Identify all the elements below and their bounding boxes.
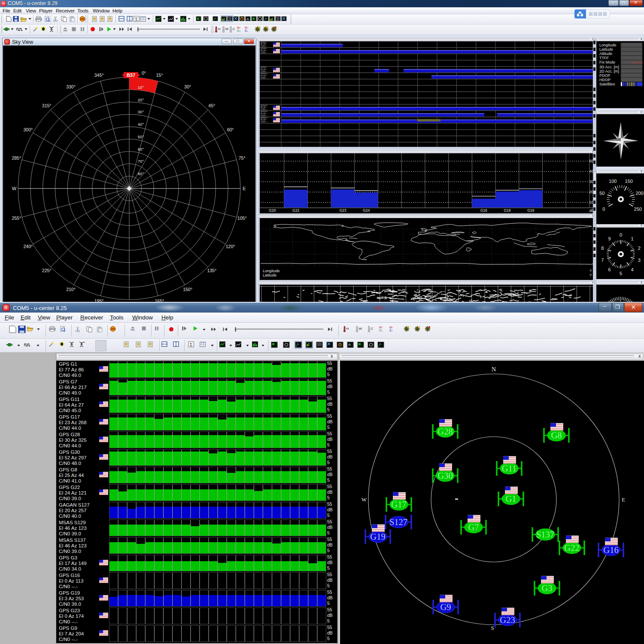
svg-text:PDOP: PDOP [599,73,611,78]
svg-text:W: W [361,496,367,503]
svg-text:Σ: Σ [190,342,192,347]
svg-text:105°: 105° [237,216,247,221]
svg-text:Latitude: Latitude [599,47,613,52]
svg-text:W: W [12,186,17,191]
svg-text:G18: G18 [504,208,510,213]
svg-text:210°: 210° [66,287,76,292]
svg-text:N: N [492,366,496,373]
svg-text:G8: G8 [551,431,562,440]
svg-text:M↑: M↑ [389,326,393,329]
svg-text:Latitude: Latitude [263,273,276,277]
svg-text:M↑: M↑ [379,326,383,329]
svg-text:C: C [233,27,235,31]
svg-text:W: W [359,327,362,331]
svg-text:S↓: S↓ [389,329,393,332]
svg-text:Σ: Σ [135,16,138,21]
svg-text:G23: G23 [339,208,346,213]
svg-text:20°: 20° [138,97,144,102]
svg-text:0: 0 [620,232,622,237]
svg-text:4: 4 [631,267,633,272]
svg-text:M↑: M↑ [237,26,241,29]
svg-text:40°: 40° [138,122,144,127]
svg-text:0°: 0° [142,70,146,76]
svg-text:5: 5 [620,271,622,276]
svg-text:S127: S127 [389,517,407,527]
svg-text:1: 1 [631,236,633,241]
svg-text:3: 3 [638,258,641,263]
svg-text:G24: G24 [363,208,370,213]
svg-text:75°: 75° [239,155,246,161]
svg-text:E: E [622,496,625,503]
svg-text:?: ? [589,273,592,277]
svg-text:S137: S137 [536,530,554,539]
svg-text:2D Acc. [m]: 2D Acc. [m] [599,69,619,73]
svg-text:G9: G9 [440,602,451,612]
svg-text:H: H [218,27,221,31]
svg-text:3D Acc. [m]: 3D Acc. [m] [599,65,619,69]
svg-text:50°: 50° [138,134,144,139]
svg-text:G19: G19 [527,208,534,213]
svg-text:G17: G17 [391,500,406,509]
svg-text:345°: 345° [94,73,104,78]
svg-text:C: C [371,327,374,331]
svg-text:G20: G20 [269,208,276,213]
svg-text:30°: 30° [138,109,144,114]
svg-text:G22: G22 [564,543,579,553]
svg-text:9: 9 [608,236,611,241]
svg-text:E: E [243,186,246,191]
svg-text:G11: G11 [502,464,517,473]
svg-text:H: H [346,327,349,331]
svg-text:6: 6 [608,267,611,272]
svg-text:HDOP: HDOP [599,78,611,82]
svg-text:150: 150 [625,179,633,184]
svg-text:330°: 330° [66,84,76,89]
svg-text:G30: G30 [437,471,453,480]
svg-text:Satellites: Satellites [599,82,615,86]
svg-text:Longitude: Longitude [263,269,280,273]
svg-text:G7: G7 [468,522,479,532]
svg-text:TTFF: TTFF [599,56,609,60]
svg-text:2: 2 [638,246,641,251]
svg-text:300°: 300° [24,127,33,132]
svg-text:315°: 315° [42,103,52,108]
svg-text:30°: 30° [184,84,191,89]
svg-text:200: 200 [636,191,644,196]
svg-text:250: 250 [634,207,642,212]
svg-text:G16: G16 [603,545,618,555]
svg-text:G22: G22 [292,208,299,213]
svg-text:G3: G3 [541,583,552,593]
svg-text:G23: G23 [500,615,515,625]
svg-text:45°: 45° [208,103,215,108]
svg-text:10°: 10° [138,85,144,90]
svg-text:S↓: S↓ [245,29,248,32]
svg-text:60°: 60° [138,147,144,152]
svg-text:15°: 15° [156,73,163,78]
svg-text:B37: B37 [127,73,135,78]
svg-text:Longitude: Longitude [599,43,617,47]
svg-text:G↓: G↓ [379,329,383,332]
svg-text:0: 0 [602,207,605,212]
svg-text:8: 8 [601,246,604,251]
svg-text:G1: G1 [505,494,516,504]
svg-text:G28: G28 [437,427,453,436]
svg-text:G16: G16 [480,208,487,213]
svg-text:240°: 240° [24,244,33,249]
svg-text:80°: 80° [138,171,144,176]
svg-text:50: 50 [599,191,605,196]
svg-text:+9: +9 [83,341,85,343]
svg-text:W: W [225,27,229,31]
svg-text:120°: 120° [226,244,235,249]
svg-text:?: ? [589,269,592,273]
svg-text:70°: 70° [138,159,144,164]
svg-text:Altitude: Altitude [599,52,612,56]
svg-text:G↓: G↓ [237,29,241,32]
svg-text:135°: 135° [207,268,216,273]
svg-text:225°: 225° [42,268,52,273]
svg-text:100: 100 [609,179,617,184]
svg-text:150°: 150° [183,287,192,292]
svg-text:60°: 60° [227,127,234,132]
svg-text:Fix Mode: Fix Mode [599,60,615,64]
svg-text:M↑: M↑ [245,26,249,29]
svg-text:255°: 255° [12,216,21,221]
svg-text:285°: 285° [12,155,21,161]
